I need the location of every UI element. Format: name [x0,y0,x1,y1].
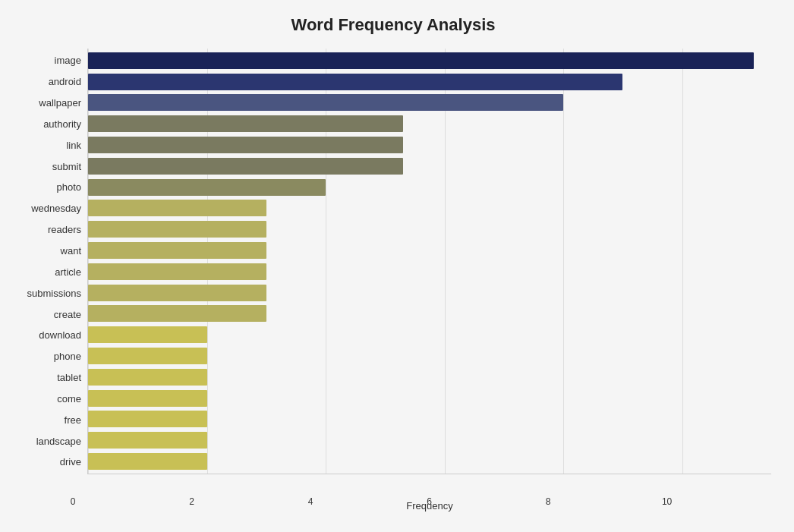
bar-row [88,219,771,240]
bar-row [88,261,771,282]
bar-row [88,177,771,198]
y-label: readers [48,219,81,241]
bar-row [88,451,771,472]
chart-area: imageandroidwallpaperauthoritylinksubmit… [15,49,771,474]
bar-row [88,282,771,304]
bar-row [88,113,771,134]
bar-row [88,388,771,409]
y-label: link [66,134,81,156]
y-label: wallpaper [39,93,81,114]
y-axis: imageandroidwallpaperauthoritylinksubmit… [15,49,87,474]
y-label: tablet [57,367,81,389]
bar-row [88,93,771,114]
bar-row [88,198,771,219]
bar-row [88,304,771,325]
bar [88,285,266,301]
bar-row [88,240,771,261]
bar [88,115,403,132]
y-label: free [65,409,81,430]
bar-row [88,430,771,451]
bar-row [88,367,771,388]
y-label: landscape [36,430,81,452]
bar [88,348,207,364]
x-tick-label: 0 [58,496,88,507]
bar [88,453,207,470]
bar [88,179,326,196]
bar-row [88,71,771,93]
bar [88,432,207,449]
x-axis-title: Frequency [88,500,771,512]
bar-row [88,134,771,156]
y-label: photo [56,177,81,198]
y-label: submit [52,156,81,177]
bars-container [88,49,771,474]
y-label: phone [54,346,81,367]
bar [88,305,266,322]
y-label: download [39,325,81,346]
y-label: android [49,71,81,93]
y-label: authority [43,114,81,135]
y-label: create [54,304,81,325]
y-label: want [61,241,81,262]
bar [88,200,266,216]
y-label: come [57,389,81,410]
bar-row [88,156,771,177]
chart-title: Word Frequency Analysis [15,15,771,35]
bar-row [88,324,771,345]
bar-row [88,345,771,367]
bar [88,369,207,386]
y-label: article [55,261,81,282]
bar [88,221,266,238]
bar [88,411,207,427]
bar [88,74,622,90]
bar-row [88,409,771,430]
bar [88,263,266,280]
bar-row [88,50,771,71]
bar [88,137,403,153]
bar [88,158,403,175]
y-label: image [55,50,81,71]
bar [88,242,266,259]
bar [88,94,563,111]
y-label: submissions [27,282,81,304]
y-label: wednesday [31,198,81,219]
bar [88,52,754,69]
y-label: drive [60,452,81,473]
chart-container: Word Frequency Analysis imageandroidwall… [0,0,794,532]
plot-area: 0246810 Frequency [87,49,771,474]
bar [88,326,207,343]
bar [88,390,207,407]
